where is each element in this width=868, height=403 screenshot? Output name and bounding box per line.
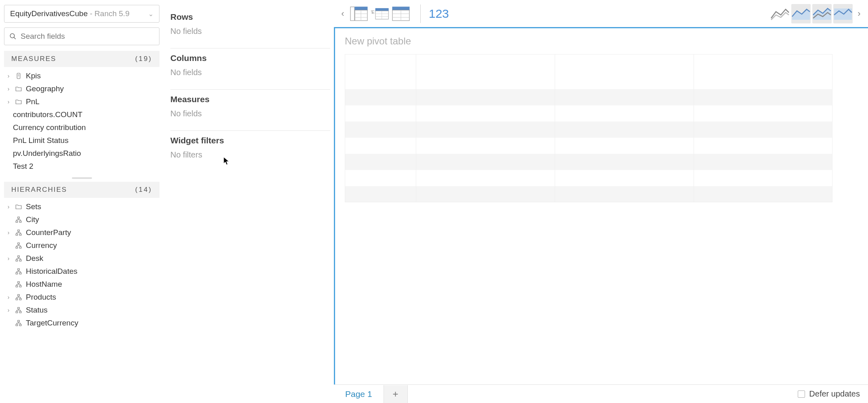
defer-updates[interactable]: Defer updates [798,389,868,399]
cube-selector[interactable]: EquityDerivativesCube - Ranch 5.9 ⌄ [4,5,159,23]
pivot-table-icon [350,6,368,21]
tree-item-hostname[interactable]: › HostName [4,278,159,291]
hierarchies-header[interactable]: HIERARCHIES (14) [4,182,159,198]
tree-item-city[interactable]: › City [4,213,159,226]
rows-zone[interactable]: Rows No fields [170,7,330,48]
measures-empty: No fields [170,109,330,118]
toolbar-prev-button[interactable]: ‹ [338,5,348,23]
toolbar-divider [420,4,421,23]
measures-zone[interactable]: Measures No fields [170,90,330,131]
svg-line-1 [14,37,16,39]
tree-item-products[interactable]: › Products [4,291,159,304]
tree-item-historical-dates[interactable]: › HistoricalDates [4,265,159,278]
tree-table-icon: Έ [371,6,389,21]
hierarchy-icon [15,281,23,288]
svg-rect-27 [16,260,18,261]
tree-label: HostName [26,280,62,289]
tree-item-pv-underlyings-ratio[interactable]: pv.UnderlyingsRatio [4,147,159,160]
columns-empty: No fields [170,68,330,77]
svg-marker-85 [792,9,810,20]
svg-rect-40 [18,281,20,283]
columns-zone[interactable]: Columns No fields [170,48,330,90]
hierarchy-icon [15,242,23,249]
svg-rect-55 [16,311,18,313]
stacked-area-chart-button[interactable] [812,4,832,23]
svg-rect-75 [375,8,388,10]
tab-page-1[interactable]: Page 1 [334,385,384,403]
columns-title: Columns [170,53,330,63]
folder-icon [15,85,23,92]
tree-table-button[interactable]: Έ [370,4,390,23]
tree-item-currency[interactable]: › Currency [4,239,159,252]
search-fields[interactable] [4,27,159,45]
hierarchy-icon [15,255,23,262]
tree-item-sets[interactable]: › Sets [4,200,159,213]
svg-rect-49 [19,298,21,300]
drop-zones-panel: Rows No fields Columns No fields Measure… [164,0,333,403]
svg-rect-61 [18,320,20,322]
measures-header[interactable]: MEASURES (19) [4,51,159,67]
add-tab-button[interactable]: + [384,385,408,403]
svg-rect-63 [19,324,21,326]
tree-label: Geography [26,84,64,93]
tree-item-pnl-limit-status[interactable]: PnL Limit Status [4,134,159,147]
tree-label: Desk [26,254,43,263]
hierarchy-icon [15,306,23,314]
measures-count: (19) [135,55,152,63]
tree-item-kpis[interactable]: › Kpis [4,69,159,82]
full-area-chart-button[interactable] [833,4,853,23]
search-icon [9,33,17,40]
svg-rect-80 [392,7,409,10]
search-input[interactable] [21,32,154,41]
tree-label: Currency [26,241,57,250]
svg-rect-54 [18,307,20,309]
rows-title: Rows [170,12,330,22]
svg-rect-12 [18,230,20,231]
tree-label: Products [26,293,56,302]
tree-label: HistoricalDates [26,267,78,276]
rows-empty: No fields [170,27,330,36]
canvas-panel: ‹ Έ [333,0,868,403]
pivot-table-button[interactable] [349,4,369,23]
defer-checkbox[interactable] [798,390,805,398]
tree-label: Test 2 [13,162,34,171]
filters-zone[interactable]: Widget filters No filters [170,131,330,172]
tree-item-counterparty[interactable]: › CounterParty [4,226,159,239]
svg-rect-69 [355,7,367,10]
kpi-button[interactable]: 123 [426,7,452,21]
area-chart-icon [791,7,811,21]
measures-title: MEASURES [11,55,56,63]
svg-rect-48 [16,298,18,300]
tree-item-geography[interactable]: › Geography [4,82,159,95]
toolbar-next-button[interactable]: › [854,5,864,23]
table-button[interactable] [391,4,411,23]
chevron-right-icon: › [6,229,11,236]
line-chart-button[interactable] [770,4,790,23]
filters-empty: No filters [170,150,330,160]
hierarchy-icon [15,229,23,236]
measures-tree: › Kpis › Geography › PnL contributors.CO… [4,67,159,175]
tree-item-target-currency[interactable]: › TargetCurrency [4,317,159,330]
resize-handle[interactable] [4,177,159,179]
chevron-right-icon: › [6,255,11,262]
svg-rect-34 [16,273,18,274]
chevron-right-icon: › [6,294,11,300]
tree-item-currency-contribution[interactable]: Currency contribution [4,121,159,134]
filters-title: Widget filters [170,136,330,145]
tree-label: pv.UnderlyingsRatio [13,149,81,158]
tree-label: Status [26,306,48,315]
svg-rect-68 [350,7,354,21]
tree-label: Currency contribution [13,123,86,132]
tree-item-desk[interactable]: › Desk [4,252,159,265]
widget-canvas[interactable]: New pivot table [334,27,868,384]
svg-rect-41 [16,285,18,287]
tree-item-test-2[interactable]: Test 2 [4,160,159,173]
pivot-table-placeholder [345,54,832,202]
area-chart-button[interactable] [791,4,811,23]
tree-item-pnl[interactable]: › PnL [4,95,159,108]
tree-item-status[interactable]: › Status [4,304,159,317]
bottom-bar: Page 1 + Defer updates [334,384,868,403]
svg-rect-28 [19,260,21,261]
tree-item-contributors-count[interactable]: contributors.COUNT [4,108,159,121]
tree-label: City [26,215,39,224]
